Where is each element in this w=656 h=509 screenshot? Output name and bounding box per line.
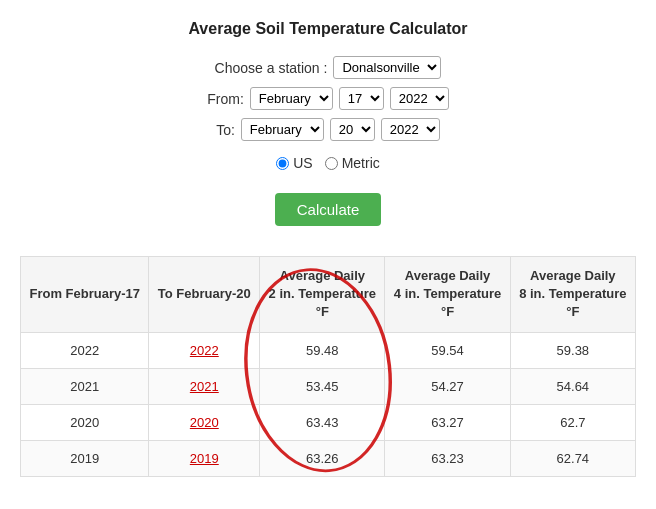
table-row: 2019201963.2663.2362.74 — [21, 440, 636, 476]
unit-row: US Metric — [276, 155, 380, 171]
station-row: Choose a station : Donalsonville Albany … — [215, 56, 442, 79]
cell-to[interactable]: 2020 — [149, 404, 260, 440]
cell-t4: 63.27 — [385, 404, 510, 440]
form-section: Choose a station : Donalsonville Albany … — [20, 56, 636, 242]
from-row: From: February January March 17 123 2022… — [207, 87, 449, 110]
to-row: To: February January March 20 12 2022 20… — [216, 118, 440, 141]
table-wrapper: From February-17 To February-20 Average … — [20, 256, 636, 477]
to-label: To: — [216, 122, 235, 138]
cell-t2: 63.26 — [260, 440, 385, 476]
cell-from: 2020 — [21, 404, 149, 440]
cell-t8: 62.7 — [510, 404, 635, 440]
to-month-select[interactable]: February January March — [241, 118, 324, 141]
cell-t2: 63.43 — [260, 404, 385, 440]
table-row: 2022202259.4859.5459.38 — [21, 332, 636, 368]
col-header-t4: Average Daily4 in. Temperature°F — [385, 257, 510, 333]
station-select[interactable]: Donalsonville Albany Athens Atlanta Augu… — [333, 56, 441, 79]
cell-t4: 63.23 — [385, 440, 510, 476]
cell-from: 2022 — [21, 332, 149, 368]
station-label: Choose a station : — [215, 60, 328, 76]
cell-to[interactable]: 2021 — [149, 368, 260, 404]
page-title: Average Soil Temperature Calculator — [20, 20, 636, 38]
cell-t2: 59.48 — [260, 332, 385, 368]
cell-t2: 53.45 — [260, 368, 385, 404]
cell-from: 2019 — [21, 440, 149, 476]
table-header-row: From February-17 To February-20 Average … — [21, 257, 636, 333]
calculate-button[interactable]: Calculate — [275, 193, 382, 226]
cell-t4: 59.54 — [385, 332, 510, 368]
cell-t8: 62.74 — [510, 440, 635, 476]
cell-to[interactable]: 2019 — [149, 440, 260, 476]
from-year-select[interactable]: 2022 202120202019 — [390, 87, 449, 110]
to-day-select[interactable]: 20 12 — [330, 118, 375, 141]
from-month-select[interactable]: February January March — [250, 87, 333, 110]
results-table: From February-17 To February-20 Average … — [20, 256, 636, 477]
to-year-select[interactable]: 2022 202120202019 — [381, 118, 440, 141]
col-header-t8: Average Daily8 in. Temperature°F — [510, 257, 635, 333]
col-header-to: To February-20 — [149, 257, 260, 333]
from-label: From: — [207, 91, 244, 107]
table-row: 2020202063.4363.2762.7 — [21, 404, 636, 440]
metric-radio[interactable] — [325, 157, 338, 170]
metric-label: Metric — [342, 155, 380, 171]
cell-t8: 59.38 — [510, 332, 635, 368]
table-row: 2021202153.4554.2754.64 — [21, 368, 636, 404]
us-label: US — [293, 155, 312, 171]
cell-to[interactable]: 2022 — [149, 332, 260, 368]
us-option[interactable]: US — [276, 155, 312, 171]
from-day-select[interactable]: 17 123 — [339, 87, 384, 110]
metric-option[interactable]: Metric — [325, 155, 380, 171]
us-radio[interactable] — [276, 157, 289, 170]
cell-t8: 54.64 — [510, 368, 635, 404]
col-header-t2: Average Daily2 in. Temperature°F — [260, 257, 385, 333]
cell-t4: 54.27 — [385, 368, 510, 404]
cell-from: 2021 — [21, 368, 149, 404]
col-header-from: From February-17 — [21, 257, 149, 333]
